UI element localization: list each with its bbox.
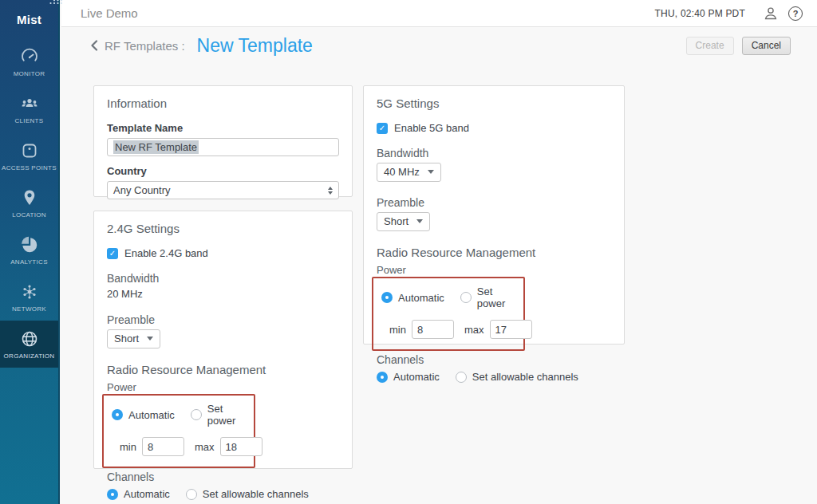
country-label: Country <box>107 165 339 177</box>
preamble-label: Preamble <box>377 196 611 209</box>
sidebar-item-monitor[interactable]: MONITOR <box>0 38 58 85</box>
chevron-down-icon <box>416 219 423 223</box>
preamble-label: Preamble <box>107 313 339 326</box>
power-automatic-radio[interactable] <box>112 409 123 420</box>
power-automatic-label: Automatic <box>128 409 175 421</box>
template-name-label: Template Name <box>107 122 339 134</box>
sidebar-item-label: MONITOR <box>14 70 45 77</box>
sidebar-item-access-points[interactable]: ACCESS POINTS <box>0 132 58 179</box>
country-select[interactable]: Any Country <box>107 181 339 199</box>
page-title: New Template <box>197 35 313 57</box>
channels-automatic-radio[interactable] <box>377 372 388 383</box>
cancel-button[interactable]: Cancel <box>742 37 791 55</box>
min-label: min <box>389 324 406 336</box>
page-header: RF Templates : New Template Create Cance… <box>61 28 817 63</box>
rrm-title: Radio Resource Management <box>107 363 339 376</box>
min-label: min <box>120 441 136 453</box>
sidebar-item-network[interactable]: NETWORK <box>0 274 58 321</box>
channels-label: Channels <box>377 353 611 366</box>
clients-icon <box>20 94 39 113</box>
sidebar-item-label: NETWORK <box>12 305 46 313</box>
channels-automatic-radio[interactable] <box>107 489 118 500</box>
create-button[interactable]: Create <box>686 37 734 55</box>
channels-label: Channels <box>107 471 339 483</box>
datetime-label: THU, 02:40 PM PDT <box>655 8 745 19</box>
max-label: max <box>464 324 484 336</box>
chevron-left-icon <box>90 40 98 51</box>
power-set-label: Set power <box>477 285 515 309</box>
power-set-radio[interactable] <box>191 409 202 420</box>
sidebar-item-organization[interactable]: ORGANIZATION <box>0 321 58 368</box>
power-min-input[interactable] <box>142 437 184 456</box>
channels-set-radio[interactable] <box>186 489 197 500</box>
power-automatic-radio[interactable] <box>381 292 393 303</box>
enable-5g-label: Enable 5G band <box>394 122 469 134</box>
power-set-label: Set power <box>207 403 246 427</box>
sidebar-item-label: LOCATION <box>12 211 46 219</box>
max-label: max <box>195 441 215 453</box>
org-name[interactable]: Live Demo <box>81 6 655 20</box>
globe-icon <box>20 329 39 348</box>
power-max-input[interactable] <box>490 320 532 339</box>
help-button[interactable]: ? <box>788 6 803 21</box>
rrm-title: Radio Resource Management <box>377 246 611 259</box>
preamble-dropdown[interactable]: Short <box>107 329 160 348</box>
bandwidth-value: 20 MHz <box>107 288 339 300</box>
channels-set-label: Set allowable channels <box>472 371 578 383</box>
topbar: Live Demo THU, 02:40 PM PDT ? <box>61 0 817 27</box>
channels-set-radio[interactable] <box>456 372 467 383</box>
sidebar: Mist MONITOR CLI <box>0 0 60 504</box>
sidebar-item-location[interactable]: LOCATION <box>0 179 58 226</box>
chevron-down-icon <box>428 170 434 174</box>
back-button[interactable] <box>90 40 98 51</box>
sidebar-item-label: ANALYTICS <box>10 258 48 266</box>
card-title: Information <box>107 96 339 110</box>
card-title: 2.4G Settings <box>107 222 339 235</box>
mist-logo-dots-icon <box>49 0 65 5</box>
access-points-icon <box>20 141 39 160</box>
person-icon <box>763 6 779 22</box>
bandwidth-label: Bandwidth <box>107 272 339 285</box>
card-title: 5G Settings <box>377 96 611 110</box>
sidebar-item-clients[interactable]: CLIENTS <box>0 85 58 132</box>
template-name-value: New RF Template <box>113 140 199 154</box>
preamble-dropdown[interactable]: Short <box>377 212 430 231</box>
power-min-input[interactable] <box>412 320 454 339</box>
enable-24g-label: Enable 2.4G band <box>124 247 208 259</box>
power-highlight-annotation: Automatic Set power min max <box>372 277 525 351</box>
sidebar-item-analytics[interactable]: ANALYTICS <box>0 226 58 274</box>
sidebar-item-label: CLIENTS <box>15 117 44 124</box>
bandwidth-label: Bandwidth <box>377 147 611 159</box>
breadcrumb[interactable]: RF Templates : <box>105 39 185 53</box>
power-automatic-label: Automatic <box>398 292 444 304</box>
mist-logo-text: Mist <box>17 13 41 26</box>
gauge-icon <box>20 47 39 66</box>
question-mark-icon: ? <box>793 9 799 18</box>
settings-5g-card: 5G Settings ✓ Enable 5G band Bandwidth 4… <box>363 85 625 345</box>
bandwidth-dropdown[interactable]: 40 MHz <box>377 163 441 182</box>
preamble-selected-value: Short <box>384 215 408 227</box>
location-pin-icon <box>20 188 39 207</box>
enable-5g-checkbox[interactable]: ✓ <box>377 123 388 134</box>
network-icon <box>20 282 39 301</box>
power-set-radio[interactable] <box>460 292 472 303</box>
select-stepper-icon <box>328 187 333 195</box>
mist-logo[interactable]: Mist <box>0 0 58 38</box>
power-label: Power <box>377 264 611 276</box>
power-max-input[interactable] <box>220 437 262 456</box>
template-name-input[interactable]: New RF Template <box>107 138 339 156</box>
user-account-button[interactable] <box>763 6 779 22</box>
sidebar-item-label: ACCESS POINTS <box>2 164 57 171</box>
channels-set-label: Set allowable channels <box>203 488 309 500</box>
preamble-selected-value: Short <box>114 333 139 345</box>
sidebar-item-label: ORGANIZATION <box>4 352 55 360</box>
information-card: Information Template Name New RF Templat… <box>93 85 353 197</box>
power-highlight-annotation: Automatic Set power min max <box>102 394 255 468</box>
channels-automatic-label: Automatic <box>124 488 170 500</box>
pie-chart-icon <box>20 235 39 254</box>
country-selected-value: Any Country <box>113 184 171 196</box>
bandwidth-selected-value: 40 MHz <box>384 166 420 178</box>
power-label: Power <box>107 381 339 393</box>
settings-24g-card: 2.4G Settings ✓ Enable 2.4G band Bandwid… <box>93 211 353 469</box>
enable-24g-checkbox[interactable]: ✓ <box>107 248 118 259</box>
